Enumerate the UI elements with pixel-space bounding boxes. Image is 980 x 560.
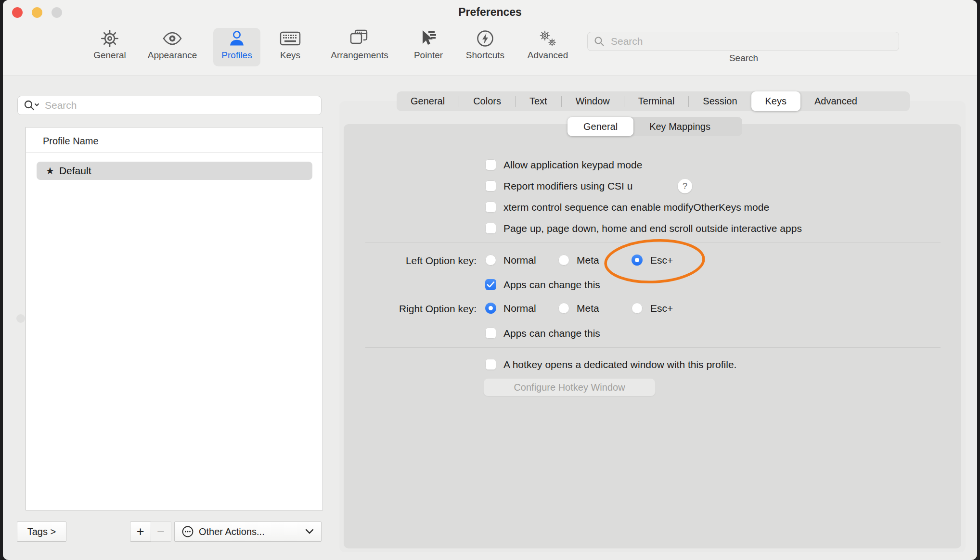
windows-icon bbox=[349, 28, 370, 49]
eye-icon bbox=[162, 28, 183, 49]
checkbox-label: xterm control sequence can enable modify… bbox=[503, 202, 769, 213]
toolbar-search-field[interactable] bbox=[587, 32, 899, 51]
star-icon: ★ bbox=[46, 165, 54, 177]
checkbox-modify-other-keys[interactable] bbox=[485, 202, 496, 213]
search-menu-icon bbox=[23, 99, 40, 112]
divider bbox=[365, 242, 941, 242]
configure-hotkey-window-button: Configure Hotkey Window bbox=[483, 378, 656, 396]
search-icon bbox=[593, 36, 605, 47]
radio-right-option-normal[interactable] bbox=[485, 303, 496, 314]
tab-window[interactable]: Window bbox=[562, 91, 624, 111]
keys-settings-content bbox=[344, 124, 961, 548]
checkbox-right-apps-can-change[interactable] bbox=[485, 328, 496, 339]
checkbox-keypad-mode[interactable] bbox=[485, 159, 496, 170]
add-remove-group: + − bbox=[130, 522, 171, 542]
subtab-key-mappings[interactable]: Key Mappings bbox=[633, 117, 726, 136]
remove-profile-button[interactable]: − bbox=[151, 522, 172, 542]
divider bbox=[365, 347, 941, 348]
toolbar-search-input[interactable] bbox=[610, 35, 893, 48]
radio-right-option-esc[interactable] bbox=[632, 303, 643, 314]
profile-row-default[interactable]: ★ Default bbox=[37, 162, 312, 180]
checkbox-hotkey-window[interactable] bbox=[485, 359, 496, 370]
tab-text[interactable]: Text bbox=[516, 91, 561, 111]
toolbar-item-arrangements[interactable]: Arrangements bbox=[322, 28, 397, 66]
tab-terminal[interactable]: Terminal bbox=[624, 91, 689, 111]
checkbox-label: A hotkey opens a dedicated window with t… bbox=[503, 359, 736, 370]
profile-list-header: Profile Name bbox=[43, 136, 99, 147]
toolbar-item-appearance[interactable]: Appearance bbox=[143, 28, 201, 66]
left-option-key-label: Left Option key: bbox=[340, 255, 477, 267]
toolbar-item-keys[interactable]: Keys bbox=[272, 28, 308, 66]
radio-label: Normal bbox=[503, 303, 536, 314]
gear-icon bbox=[101, 28, 119, 49]
radio-left-option-normal[interactable] bbox=[485, 255, 496, 266]
checkbox-label: Allow application keypad mode bbox=[503, 159, 642, 171]
checkbox-label: Report modifiers using CSI u bbox=[503, 180, 632, 192]
tab-keys[interactable]: Keys bbox=[751, 91, 800, 111]
keys-subtab-bar: General Key Mappings bbox=[567, 117, 742, 136]
radio-left-option-meta[interactable] bbox=[558, 255, 569, 266]
bolt-circle-icon bbox=[476, 28, 494, 49]
add-profile-button[interactable]: + bbox=[130, 522, 151, 542]
preferences-window: Preferences General Appearance bbox=[3, 0, 977, 560]
radio-left-option-esc[interactable] bbox=[632, 255, 643, 266]
toolbar-item-shortcuts[interactable]: Shortcuts bbox=[460, 28, 510, 66]
checkbox-label: Apps can change this bbox=[503, 279, 600, 291]
profile-name: Default bbox=[59, 165, 91, 177]
checkbox-scroll-outside-apps[interactable] bbox=[485, 223, 496, 234]
other-actions-dropdown[interactable]: Other Actions... bbox=[174, 522, 322, 542]
tags-button[interactable]: Tags > bbox=[17, 522, 66, 542]
radio-right-option-meta[interactable] bbox=[558, 303, 569, 314]
keyboard-icon bbox=[280, 28, 301, 49]
tab-colors[interactable]: Colors bbox=[459, 91, 515, 111]
radio-label: Esc+ bbox=[650, 255, 673, 266]
subtab-general[interactable]: General bbox=[567, 117, 633, 136]
radio-label: Meta bbox=[577, 255, 599, 266]
checkbox-left-apps-can-change[interactable] bbox=[485, 279, 496, 290]
radio-label: Normal bbox=[503, 255, 536, 266]
radio-label: Esc+ bbox=[650, 303, 673, 314]
person-icon bbox=[228, 28, 246, 49]
checkbox-label: Apps can change this bbox=[503, 328, 600, 339]
window-title: Preferences bbox=[3, 6, 977, 19]
help-button[interactable]: ? bbox=[678, 179, 692, 193]
toolbar-item-profiles[interactable]: Profiles bbox=[213, 28, 260, 66]
splitter-handle[interactable] bbox=[16, 314, 25, 323]
titlebar: Preferences General Appearance bbox=[3, 0, 977, 76]
toolbar-search-label: Search bbox=[696, 53, 792, 64]
radio-label: Meta bbox=[577, 303, 599, 314]
profile-list: Profile Name ★ Default bbox=[26, 127, 323, 510]
checkbox-csi-u[interactable] bbox=[485, 180, 496, 191]
tab-session[interactable]: Session bbox=[689, 91, 751, 111]
profile-search-field[interactable] bbox=[17, 96, 322, 115]
chevron-down-icon bbox=[305, 528, 314, 535]
tab-general[interactable]: General bbox=[397, 91, 459, 111]
toolbar-item-advanced[interactable]: Advanced bbox=[522, 28, 574, 66]
cursor-icon bbox=[419, 28, 438, 49]
toolbar-item-general[interactable]: General bbox=[84, 28, 136, 66]
profile-tab-bar: General Colors Text Window Terminal Sess… bbox=[397, 91, 910, 111]
checkbox-label: Page up, page down, home and end scroll … bbox=[503, 223, 802, 234]
gears-icon bbox=[537, 28, 558, 49]
toolbar-item-pointer[interactable]: Pointer bbox=[409, 28, 448, 66]
tab-advanced[interactable]: Advanced bbox=[800, 91, 871, 111]
ellipsis-circle-icon bbox=[181, 525, 194, 538]
divider bbox=[26, 152, 322, 153]
profile-search-input[interactable] bbox=[44, 99, 316, 112]
right-option-key-label: Right Option key: bbox=[340, 303, 477, 315]
